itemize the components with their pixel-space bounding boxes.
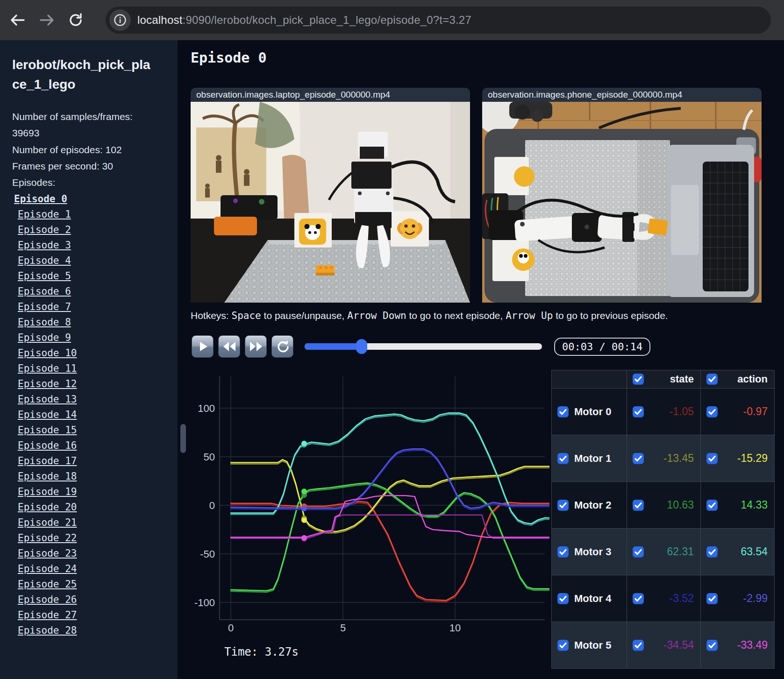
episode-link-11[interactable]: Episode 11 [12,361,168,376]
motor-5-state-checkbox[interactable] [633,640,644,651]
back-arrow-icon [10,12,26,28]
motor-3-state-value: 62.31 [667,545,694,558]
back-button[interactable] [7,9,29,31]
episode-link-2[interactable]: Episode 2 [12,222,168,238]
play-button[interactable] [192,335,214,358]
episode-link-23[interactable]: Episode 23 [12,546,168,561]
episode-link-24[interactable]: Episode 24 [12,561,168,577]
episode-link-8[interactable]: Episode 8 [12,315,168,330]
check-icon [559,502,567,509]
motor-1-state-checkbox[interactable] [633,453,644,464]
episode-link-3[interactable]: Episode 3 [12,238,168,253]
motor-3-row-checkbox[interactable] [557,546,569,558]
scrollbar-thumb[interactable] [180,424,186,453]
video-row: observation.images.laptop_episode_000000… [191,88,762,303]
motor-4-row-checkbox[interactable] [557,593,569,604]
motor-row-5: Motor 5-34.54-33.49 [552,622,774,668]
fast-forward-icon [249,340,263,353]
episode-link-25[interactable]: Episode 25 [12,577,168,592]
motor-3-state-checkbox[interactable] [633,546,644,558]
episode-link-4[interactable]: Episode 4 [12,253,168,269]
episode-link-18[interactable]: Episode 18 [12,469,168,484]
motor-5-action-checkbox[interactable] [706,640,718,651]
main-content: Episode 0 observation.images.laptop_epis… [178,40,784,679]
episode-link-5[interactable]: Episode 5 [12,269,168,284]
motor-name: Motor 5 [574,639,611,651]
motor-4-action-cell: -2.99 [700,575,774,622]
motor-2-state-checkbox[interactable] [633,500,644,511]
dataset-title: lerobot/koch_pick_place_1_lego [12,55,152,94]
motor-0-action-checkbox[interactable] [706,406,718,417]
motor-5-row-checkbox[interactable] [557,640,569,651]
episode-link-7[interactable]: Episode 7 [12,299,168,315]
rewind-icon [222,340,236,353]
motor-1-state-value: -13.45 [663,452,694,465]
episode-link-21[interactable]: Episode 21 [12,515,168,530]
episode-link-13[interactable]: Episode 13 [12,392,168,407]
svg-text:5: 5 [340,622,346,634]
check-icon [559,549,567,555]
episode-link-28[interactable]: Episode 28 [12,623,168,638]
motor-2-action-checkbox[interactable] [706,500,718,511]
check-icon [708,376,716,382]
motor-label-cell: Motor 5 [552,622,627,668]
episode-link-22[interactable]: Episode 22 [12,530,168,546]
state-column-checkbox[interactable] [633,374,644,385]
motor-1-action-checkbox[interactable] [706,453,718,464]
info-icon [114,14,127,27]
episode-link-15[interactable]: Episode 15 [12,423,168,438]
action-column-checkbox[interactable] [706,374,718,385]
episode-link-14[interactable]: Episode 14 [12,407,168,423]
motor-0-state-cell: -1.05 [627,389,700,435]
reload-button[interactable] [64,9,87,31]
sidebar: lerobot/koch_pick_place_1_lego Number of… [0,40,178,679]
fast-forward-button[interactable] [245,335,267,358]
episode-link-17[interactable]: Episode 17 [12,453,168,469]
episode-link-6[interactable]: Episode 6 [12,284,168,299]
motor-0-state-checkbox[interactable] [633,406,644,417]
motor-2-state-cell: 10.63 [627,482,700,528]
reload-icon [68,12,84,28]
episode-link-19[interactable]: Episode 19 [12,484,168,500]
state-column-label: state [670,373,694,385]
motor-3-action-value: 63.54 [741,545,768,558]
video-laptop-frame[interactable] [191,102,470,303]
seek-slider[interactable] [305,343,542,350]
episode-link-1[interactable]: Episode 1 [12,207,168,222]
motor-row-4: Motor 4-3.52-2.99 [552,575,774,622]
motor-3-action-checkbox[interactable] [706,546,718,558]
video-phone-frame[interactable] [482,102,762,303]
player-controls: 00:03 / 00:14 [192,333,650,360]
seek-slider-thumb[interactable] [356,339,367,354]
loop-button[interactable] [271,335,293,358]
motor-4-action-checkbox[interactable] [706,593,718,604]
video-card-phone: observation.images.phone_episode_000000.… [482,88,762,303]
motor-4-state-checkbox[interactable] [633,593,644,604]
episode-link-9[interactable]: Episode 9 [12,330,168,346]
check-icon [708,409,716,415]
episode-link-27[interactable]: Episode 27 [12,608,168,623]
url-bar[interactable]: localhost:9090/lerobot/koch_pick_place_1… [106,7,771,34]
episode-link-16[interactable]: Episode 16 [12,438,168,453]
episode-link-10[interactable]: Episode 10 [12,346,168,361]
episode-link-26[interactable]: Episode 26 [12,592,168,608]
episode-link-20[interactable]: Episode 20 [12,500,168,515]
motor-chart[interactable]: 100500-50-1000510 [194,370,549,640]
check-icon [559,409,567,415]
check-icon [559,642,567,649]
page-title: Episode 0 [191,50,267,66]
episode-link-0[interactable]: Episode 0 [12,191,168,207]
play-icon [196,340,209,353]
site-info-button[interactable] [109,9,131,31]
forward-button[interactable] [36,9,58,31]
episode-link-12[interactable]: Episode 12 [12,376,168,392]
motor-1-row-checkbox[interactable] [557,453,569,464]
motor-0-action-cell: -0.97 [700,389,774,435]
motor-2-row-checkbox[interactable] [557,500,569,511]
motor-label-cell: Motor 2 [552,482,627,528]
forward-arrow-icon [39,12,55,28]
motor-0-row-checkbox[interactable] [557,406,569,417]
check-icon [634,409,642,415]
rewind-button[interactable] [218,335,240,358]
table-header-row: stateaction [552,370,774,388]
